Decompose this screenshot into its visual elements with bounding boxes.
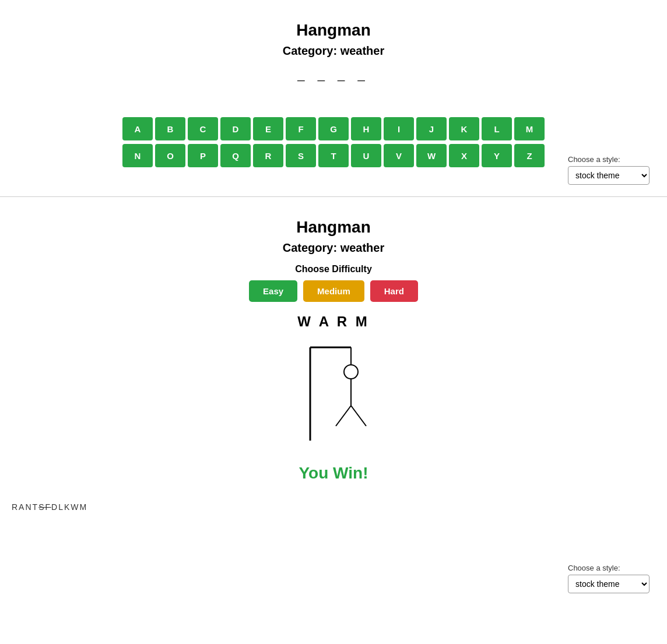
key-J[interactable]: J	[416, 117, 447, 140]
style-label-2: Choose a style:	[568, 564, 620, 572]
key-X[interactable]: X	[449, 144, 479, 167]
key-Q[interactable]: Q	[220, 144, 251, 167]
panel2-category: Category: weather	[0, 241, 667, 255]
hangman-drawing	[0, 336, 667, 452]
key-S[interactable]: S	[286, 144, 316, 167]
key-W[interactable]: W	[416, 144, 447, 167]
svg-point-3	[344, 365, 358, 379]
style-label-1: Choose a style:	[568, 155, 620, 164]
keyboard-row-2: NOPQRSTUVWXYZ	[122, 144, 545, 167]
guessed-normal-1: RANT	[12, 502, 38, 512]
key-T[interactable]: T	[318, 144, 349, 167]
key-L[interactable]: L	[482, 117, 512, 140]
key-U[interactable]: U	[351, 144, 381, 167]
key-C[interactable]: C	[188, 117, 218, 140]
svg-line-5	[336, 406, 351, 426]
key-H[interactable]: H	[351, 117, 381, 140]
keyboard: ABCDEFGHIJKLM NOPQRSTUVWXYZ	[0, 117, 667, 167]
key-N[interactable]: N	[122, 144, 153, 167]
key-A[interactable]: A	[122, 117, 153, 140]
key-G[interactable]: G	[318, 117, 349, 140]
key-I[interactable]: I	[384, 117, 414, 140]
panel1-title: Hangman	[0, 21, 667, 40]
key-V[interactable]: V	[384, 144, 414, 167]
key-R[interactable]: R	[253, 144, 283, 167]
panel1-word-display: _ _ _ _	[0, 67, 667, 82]
guessed-letters: RANTSFDLKWM	[12, 502, 87, 512]
key-B[interactable]: B	[155, 117, 185, 140]
style-select-2[interactable]: stock theme	[568, 575, 650, 593]
easy-button[interactable]: Easy	[249, 280, 297, 302]
key-O[interactable]: O	[155, 144, 185, 167]
panel-2: Hangman Category: weather Choose Difficu…	[0, 197, 667, 605]
style-selector-1: Choose a style: stock theme	[568, 155, 650, 185]
key-P[interactable]: P	[188, 144, 218, 167]
key-E[interactable]: E	[253, 117, 283, 140]
panel-1: Hangman Category: weather _ _ _ _ ABCDEF…	[0, 0, 667, 197]
key-Z[interactable]: Z	[514, 144, 545, 167]
key-K[interactable]: K	[449, 117, 479, 140]
key-M[interactable]: M	[514, 117, 545, 140]
key-F[interactable]: F	[286, 117, 316, 140]
svg-line-6	[351, 406, 366, 426]
panel1-category: Category: weather	[0, 44, 667, 58]
win-message: You Win!	[0, 464, 667, 483]
key-Y[interactable]: Y	[482, 144, 512, 167]
difficulty-label: Choose Difficulty	[0, 264, 667, 275]
hard-button[interactable]: Hard	[370, 280, 418, 302]
guessed-strikethrough: SF	[38, 502, 51, 512]
style-select-1[interactable]: stock theme	[568, 166, 650, 185]
key-D[interactable]: D	[220, 117, 251, 140]
style-selector-2: Choose a style: stock theme	[568, 564, 650, 593]
hangman-svg	[287, 336, 380, 452]
word-answer: W A R M	[0, 314, 667, 330]
medium-button[interactable]: Medium	[303, 280, 364, 302]
difficulty-buttons: Easy Medium Hard	[0, 280, 667, 302]
keyboard-row-1: ABCDEFGHIJKLM	[122, 117, 545, 140]
guessed-normal-2: DLKWM	[51, 502, 87, 512]
panel2-title: Hangman	[0, 218, 667, 237]
